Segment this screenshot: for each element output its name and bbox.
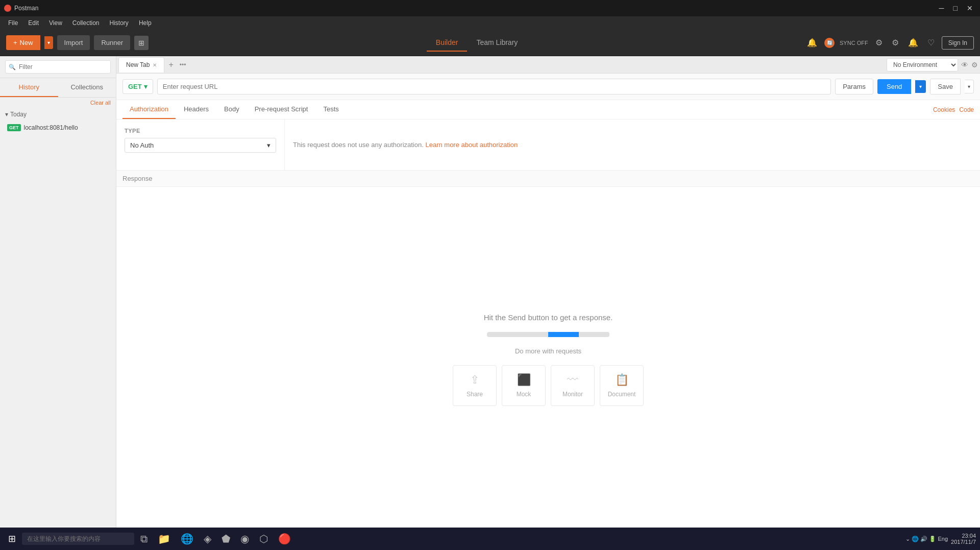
response-content: Hit the Send button to get a response. D… xyxy=(116,187,980,532)
action-card-mock[interactable]: ⬛ Mock xyxy=(502,365,546,406)
win-time-display: 23:04 xyxy=(951,533,976,539)
sys-tray: ⌄ 🌐 🔊 🔋 Eng xyxy=(905,536,948,542)
titlebar: Postman ─ □ ✕ xyxy=(0,0,980,16)
auth-type-arrow: ▾ xyxy=(267,141,271,149)
tab-add-button[interactable]: + xyxy=(165,59,176,70)
method-dropdown-icon: ▾ xyxy=(144,83,148,90)
nav-tab-builder[interactable]: Builder xyxy=(427,34,468,52)
menu-file[interactable]: File xyxy=(4,18,22,28)
response-label: Response xyxy=(122,175,153,182)
tab-label: New Tab xyxy=(126,61,150,68)
code-button[interactable]: Code xyxy=(959,104,974,115)
app-icon-3[interactable]: ◉ xyxy=(236,531,253,547)
explorer-icon[interactable]: 📁 xyxy=(154,531,175,547)
search-area xyxy=(22,533,134,545)
sidebar-tabs: History Collections xyxy=(0,78,116,98)
new-button-dropdown[interactable]: ▾ xyxy=(44,36,53,49)
action-cards: ⇪ Share ⬛ Mock 〰 Monitor 📋 Document xyxy=(453,365,644,406)
intercept-button[interactable]: ⊞ xyxy=(134,36,149,50)
response-bar: Response xyxy=(116,171,980,187)
menu-help[interactable]: Help xyxy=(135,18,156,28)
list-item[interactable]: GET localhost:8081/hello xyxy=(0,121,116,134)
request-url: localhost:8081/hello xyxy=(24,124,78,131)
minimize-button[interactable]: ─ xyxy=(936,3,947,13)
auth-type-select[interactable]: No Auth ▾ xyxy=(125,138,276,153)
tab-bar-right: No Environment 👁 ⚙ xyxy=(887,58,978,71)
tab-collections[interactable]: Collections xyxy=(58,78,116,97)
params-button[interactable]: Params xyxy=(835,79,873,94)
request-tabs: Authorization Headers Body Pre-request S… xyxy=(116,100,980,119)
response-empty-message: Hit the Send button to get a response. xyxy=(484,313,613,322)
url-bar: GET ▾ Params Send ▾ Save ▾ xyxy=(116,74,980,100)
settings2-icon[interactable]: ⚙ xyxy=(890,36,901,50)
method-select[interactable]: GET ▾ xyxy=(122,79,153,94)
send-dropdown-button[interactable]: ▾ xyxy=(915,80,926,93)
method-badge: GET xyxy=(7,124,21,131)
url-input[interactable] xyxy=(157,79,831,94)
cookies-button[interactable]: Cookies xyxy=(933,104,955,115)
send-button[interactable]: Send xyxy=(877,79,911,94)
import-button[interactable]: Import xyxy=(57,35,90,50)
new-button[interactable]: + New xyxy=(6,35,40,50)
task-view-icon[interactable]: ⧉ xyxy=(136,531,152,547)
save-button[interactable]: Save xyxy=(930,79,961,94)
document-icon: 📋 xyxy=(615,373,629,387)
menubar: File Edit View Collection History Help xyxy=(0,16,980,30)
new-button-plus: + xyxy=(13,39,17,46)
today-arrow: ▾ xyxy=(5,111,8,118)
toolbar-center: Builder Team Library xyxy=(153,34,801,52)
menu-collection[interactable]: Collection xyxy=(68,18,104,28)
start-button[interactable]: ⊞ xyxy=(4,531,20,546)
auth-info-text: This request does not use any authorizat… xyxy=(293,141,424,149)
auth-learn-more-link[interactable]: Learn more about authorization xyxy=(425,141,518,149)
app-icon-1[interactable]: ◈ xyxy=(200,531,215,547)
tab-authorization[interactable]: Authorization xyxy=(122,100,176,119)
clear-all-button[interactable]: Clear all xyxy=(90,100,111,106)
app-icon-5[interactable]: 🔴 xyxy=(274,531,295,547)
sign-in-button[interactable]: Sign In xyxy=(942,36,974,50)
tab-close-icon[interactable]: ✕ xyxy=(153,62,157,68)
share-label: Share xyxy=(467,391,483,398)
auth-type-value: No Auth xyxy=(130,141,154,149)
action-card-document[interactable]: 📋 Document xyxy=(600,365,644,406)
edge-icon[interactable]: 🌐 xyxy=(177,531,198,547)
toolbar: + New ▾ Import Runner ⊞ Builder Team Lib… xyxy=(0,30,980,56)
tab-tests[interactable]: Tests xyxy=(316,100,346,119)
tab-new-tab[interactable]: New Tab ✕ xyxy=(118,57,164,73)
env-settings-icon[interactable]: ⚙ xyxy=(971,61,978,69)
new-button-label: New xyxy=(20,39,33,46)
restore-button[interactable]: □ xyxy=(950,3,961,13)
menu-history[interactable]: History xyxy=(106,18,133,28)
tab-pre-request[interactable]: Pre-request Script xyxy=(248,100,315,119)
environment-select[interactable]: No Environment xyxy=(887,58,958,71)
today-section: ▾ Today xyxy=(0,108,116,121)
nav-tab-team-library[interactable]: Team Library xyxy=(467,34,527,52)
app-icon-4[interactable]: ⬡ xyxy=(255,531,272,547)
settings-icon[interactable]: ⚙ xyxy=(873,36,885,50)
sidebar-search-area: 🔍 xyxy=(0,56,116,78)
save-dropdown-button[interactable]: ▾ xyxy=(965,80,974,93)
search-input[interactable] xyxy=(5,60,111,74)
tab-headers[interactable]: Headers xyxy=(177,100,216,119)
tab-body[interactable]: Body xyxy=(217,100,247,119)
runner-button[interactable]: Runner xyxy=(94,35,130,50)
notification-icon[interactable]: 🔔 xyxy=(805,36,819,50)
search-icon: 🔍 xyxy=(9,64,16,70)
progress-segment-3 xyxy=(579,332,609,337)
heart-icon[interactable]: ♡ xyxy=(925,36,937,50)
menu-view[interactable]: View xyxy=(45,18,66,28)
action-card-monitor[interactable]: 〰 Monitor xyxy=(551,365,595,406)
bell-icon[interactable]: 🔔 xyxy=(906,36,920,50)
env-eye-icon[interactable]: 👁 xyxy=(961,61,968,69)
windows-search-input[interactable] xyxy=(22,533,134,545)
tab-history[interactable]: History xyxy=(0,78,58,97)
menu-edit[interactable]: Edit xyxy=(24,18,43,28)
mock-label: Mock xyxy=(517,391,531,398)
action-card-share[interactable]: ⇪ Share xyxy=(453,365,497,406)
app-icon-2[interactable]: ⬟ xyxy=(217,531,234,547)
tab-more-button[interactable]: ••• xyxy=(177,60,189,69)
close-button[interactable]: ✕ xyxy=(964,3,976,13)
search-wrap: 🔍 xyxy=(5,60,111,74)
win-date-display: 2017/11/7 xyxy=(951,539,976,545)
toolbar-right: 🔔 🔄 SYNC OFF ⚙ ⚙ 🔔 ♡ Sign In xyxy=(805,36,974,50)
